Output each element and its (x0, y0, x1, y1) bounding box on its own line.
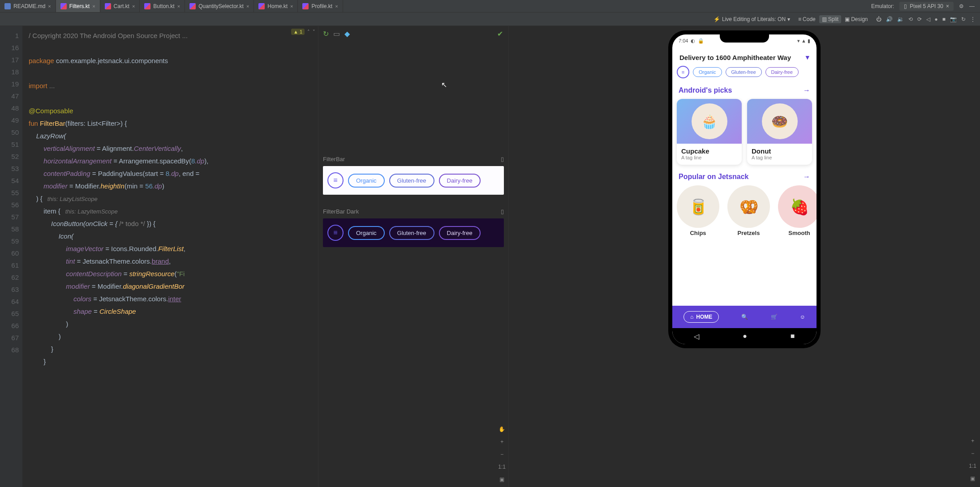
snack-card-cupcake[interactable]: 🧁 CupcakeA tag line (677, 99, 742, 165)
lock-icon: 🔒 (698, 38, 704, 44)
chip-organic[interactable]: Organic (348, 174, 385, 188)
volume-down-icon[interactable]: 🔉 (897, 16, 904, 22)
bolt-icon: ⚡ (714, 16, 720, 22)
nav-search[interactable]: 🔍 (741, 314, 748, 320)
chip-organic[interactable]: Organic (348, 226, 385, 240)
popular-chips[interactable]: 🥫Chips (677, 185, 719, 236)
device-icon[interactable]: ▯ (501, 156, 504, 162)
device-icon[interactable]: ▭ (333, 30, 340, 38)
app-filter-bar: ≡ Organic Gluten-free Dairy-free (672, 66, 817, 84)
section-title-popular: Popular on Jetsnack (679, 173, 749, 181)
close-icon[interactable]: × (335, 4, 338, 9)
fit-icon[interactable]: ▣ (499, 476, 504, 483)
layers-icon[interactable]: ◆ (344, 30, 350, 38)
refresh-icon[interactable]: ↻ (323, 30, 329, 38)
tab-profile[interactable]: Profile.kt× (298, 0, 343, 12)
signal-icon: ▲ (801, 38, 806, 44)
arrow-right-icon[interactable]: → (803, 86, 810, 94)
chip-dairy[interactable]: Dairy-free (439, 174, 481, 188)
emulator-label: Emulator: (871, 3, 894, 9)
zoom-in-icon[interactable]: + (500, 439, 503, 445)
close-icon[interactable]: × (946, 3, 949, 9)
tab-button[interactable]: Button.kt× (140, 0, 185, 12)
emulator-selector[interactable]: ▯ Pixel 5 API 30 × (899, 2, 954, 11)
back-icon[interactable]: ◁ (694, 332, 699, 341)
close-icon[interactable]: × (177, 4, 180, 9)
view-code[interactable]: ≡Code (795, 15, 818, 23)
fit-icon[interactable]: ▣ (970, 475, 975, 482)
compose-preview: ↻ ▭ ◆ ✔ FilterBar▯ ≡ Organic Gluten-free… (318, 26, 508, 487)
filter-icon: ≡ (327, 172, 344, 188)
chevron-up-icon[interactable]: ˄ (307, 29, 310, 35)
close-icon[interactable]: × (48, 4, 51, 9)
nav-profile[interactable]: ☺ (800, 314, 805, 320)
refresh-icon[interactable]: ↻ (961, 16, 966, 22)
close-icon[interactable]: × (132, 4, 135, 9)
tab-bar: README.md× Filters.kt× Cart.kt× Button.k… (0, 0, 980, 13)
popular-smoothie[interactable]: 🍓Smooth (778, 185, 817, 236)
live-edit-toggle[interactable]: ⚡Live Editing of Literals: ON▾ (714, 16, 790, 22)
home-icon: ⌂ (690, 314, 693, 320)
filter-icon[interactable]: ≡ (677, 66, 689, 78)
gear-icon[interactable]: ⚙ (959, 3, 964, 9)
system-nav: ◁ ● ■ (672, 328, 817, 344)
view-split[interactable]: ▥Split (819, 15, 841, 23)
chip-gluten[interactable]: Gluten-free (389, 226, 434, 240)
zoom-reset[interactable]: 1:1 (498, 464, 506, 470)
line-gutter: 1161718194748495051525354555657585960616… (0, 26, 22, 487)
filterbar-preview-light: ≡ Organic Gluten-free Dairy-free (323, 166, 504, 195)
rotate-left-icon[interactable]: ⟲ (908, 16, 913, 22)
tab-home[interactable]: Home.kt× (254, 0, 298, 12)
home-icon[interactable]: ● (743, 332, 747, 340)
zoom-out-icon[interactable]: − (971, 450, 974, 457)
arrow-right-icon[interactable]: → (803, 173, 810, 181)
view-design[interactable]: ▣Design (842, 15, 870, 23)
zoom-reset[interactable]: 1:1 (969, 463, 976, 469)
cupcake-image: 🧁 (692, 103, 727, 139)
snack-card-donut[interactable]: 🍩 DonutA tag line (747, 99, 812, 165)
code-area[interactable]: / Copyright 2020 The Android Open Source… (22, 26, 318, 487)
section-title: Android's picks (679, 86, 732, 94)
rotate-right-icon[interactable]: ⟳ (917, 16, 922, 22)
power-icon[interactable]: ⏻ (876, 16, 881, 22)
chip-dairy[interactable]: Dairy-free (439, 226, 481, 240)
tab-filters[interactable]: Filters.kt× (56, 0, 100, 12)
kotlin-icon (258, 3, 265, 9)
close-icon[interactable]: × (290, 4, 293, 9)
device-icon[interactable]: ▯ (501, 208, 504, 215)
back-icon[interactable]: ◁ (926, 16, 930, 22)
more-icon[interactable]: ⋮ (970, 16, 976, 22)
chip-organic[interactable]: Organic (693, 67, 722, 77)
battery-icon: ▮ (808, 38, 810, 44)
overview-icon[interactable]: ■ (791, 332, 795, 340)
tab-quantity[interactable]: QuantitySelector.kt× (185, 0, 254, 12)
wifi-icon: ▾ (797, 38, 800, 44)
home-icon[interactable]: ● (935, 16, 938, 22)
nav-cart[interactable]: 🛒 (771, 314, 778, 320)
zoom-out-icon[interactable]: − (500, 451, 503, 457)
pan-icon[interactable]: ✋ (499, 426, 505, 432)
kotlin-icon (144, 3, 150, 9)
code-editor[interactable]: 1161718194748495051525354555657585960616… (0, 26, 318, 487)
close-icon[interactable]: × (92, 4, 95, 9)
camera-icon[interactable]: 📷 (950, 16, 957, 22)
nav-home[interactable]: ⌂HOME (683, 311, 719, 323)
chip-dairy[interactable]: Dairy-free (765, 67, 799, 77)
zoom-in-icon[interactable]: + (971, 438, 974, 444)
minimize-icon[interactable]: — (969, 3, 975, 9)
emulator-pane: 7:04◐🔒 ▾▲▮ Delivery to 1600 Amphitheater… (508, 26, 980, 487)
markdown-icon (4, 3, 11, 9)
warnings-badge[interactable]: ▲ 1 (291, 29, 305, 35)
chevron-down-icon[interactable]: ˅ (313, 29, 315, 35)
close-icon[interactable]: × (246, 4, 249, 9)
device-screen[interactable]: 7:04◐🔒 ▾▲▮ Delivery to 1600 Amphitheater… (672, 34, 817, 344)
chip-gluten[interactable]: Gluten-free (726, 67, 762, 77)
popular-pretzels[interactable]: 🥨Pretzels (727, 185, 770, 236)
overview-icon[interactable]: ■ (942, 16, 946, 22)
volume-up-icon[interactable]: 🔊 (886, 16, 893, 22)
chip-gluten[interactable]: Gluten-free (389, 174, 434, 188)
delivery-address[interactable]: Delivery to 1600 Amphitheater Way▾ (672, 47, 817, 66)
chevron-down-icon: ▾ (787, 16, 790, 22)
tab-cart[interactable]: Cart.kt× (100, 0, 140, 12)
tab-readme[interactable]: README.md× (0, 0, 56, 12)
